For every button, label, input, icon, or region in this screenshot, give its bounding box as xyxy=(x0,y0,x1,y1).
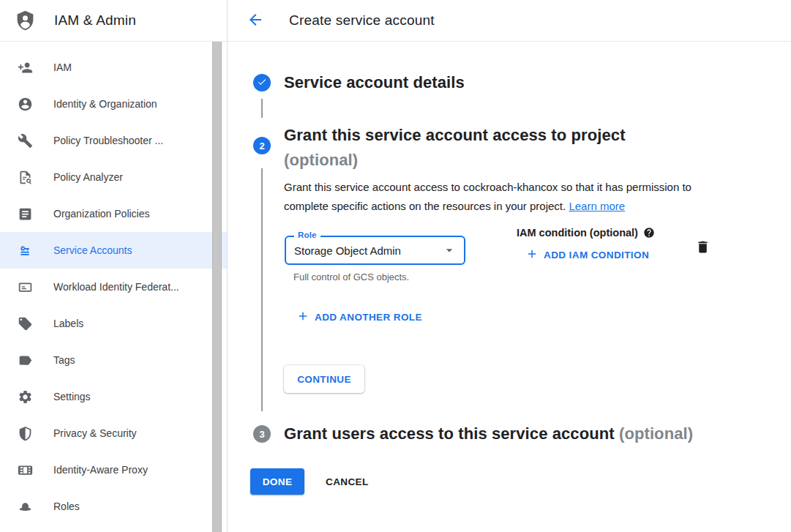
sidebar-item-iam[interactable]: IAM xyxy=(0,49,227,86)
step2-optional-label: (optional) xyxy=(284,148,626,173)
iam-condition-header: IAM condition (optional) xyxy=(517,227,655,239)
step3-optional-text: (optional) xyxy=(619,424,693,443)
step-connector xyxy=(261,99,263,118)
step3-optional-label: (optional) xyxy=(619,424,693,443)
sidebar-item-identity-organization[interactable]: Identity & Organization xyxy=(0,86,227,122)
gear-icon xyxy=(16,388,34,405)
badge-card-icon xyxy=(16,278,34,296)
sidebar-item-labels[interactable]: Labels xyxy=(0,305,227,342)
label-tag-icon xyxy=(16,315,34,332)
step1-title: Service account details xyxy=(284,72,465,94)
sidebar-item-label: Identity & Organization xyxy=(53,98,157,110)
sidebar-item-label: Service Accounts xyxy=(53,244,132,256)
sidebar-item-identity-aware-proxy[interactable]: Identity-Aware Proxy xyxy=(0,452,227,488)
step2-number: 2 xyxy=(259,141,264,151)
sidebar-item-label: Settings xyxy=(53,391,91,402)
sidebar-item-workload-identity-federation[interactable]: Workload Identity Federat... xyxy=(0,269,227,305)
delete-role-button[interactable] xyxy=(694,239,711,257)
sidebar-scrollbar[interactable] xyxy=(212,42,222,532)
tag-arrow-icon xyxy=(16,351,34,369)
sidebar-item-label: Tags xyxy=(53,354,75,366)
add-another-role-label: ADD ANOTHER ROLE xyxy=(315,312,422,323)
continue-button[interactable]: CONTINUE xyxy=(284,365,364,393)
sidebar-item-roles[interactable]: Roles xyxy=(0,488,227,525)
add-iam-condition-label: ADD IAM CONDITION xyxy=(544,250,649,261)
main-content: Service account details 2 Grant this ser… xyxy=(228,42,791,532)
page-title: Create service account xyxy=(289,12,435,29)
iam-condition-label: IAM condition (optional) xyxy=(517,227,638,239)
role-select[interactable]: Role Storage Object Admin xyxy=(285,236,465,265)
shield-half-icon xyxy=(16,424,34,442)
app-title: IAM & Admin xyxy=(54,12,136,29)
step2-title: Grant this service account access to pro… xyxy=(284,123,626,173)
sidebar-item-label: Policy Analyzer xyxy=(53,171,123,183)
sidebar-item-policy-troubleshooter[interactable]: Policy Troubleshooter ... xyxy=(0,122,227,159)
policy-analyzer-icon xyxy=(16,168,34,186)
plus-icon xyxy=(525,247,539,263)
role-field-label: Role xyxy=(294,231,320,239)
sidebar-item-service-accounts[interactable]: Service Accounts xyxy=(0,232,227,269)
wrench-icon xyxy=(16,132,34,149)
sidebar-item-label: Identity-Aware Proxy xyxy=(53,464,148,476)
sidebar-item-label: IAM xyxy=(53,61,72,73)
add-iam-condition-button[interactable]: ADD IAM CONDITION xyxy=(525,247,649,263)
caret-down-icon xyxy=(442,243,457,258)
learn-more-link[interactable]: Learn more xyxy=(569,200,625,212)
sidebar-item-label: Organization Policies xyxy=(53,208,150,220)
sidebar-item-label: Labels xyxy=(53,318,83,329)
document-icon xyxy=(16,205,34,222)
step2-description: Grant this service account access to coc… xyxy=(284,178,719,215)
person-add-icon xyxy=(16,59,34,76)
sidebar-item-organization-policies[interactable]: Organization Policies xyxy=(0,195,227,232)
roles-hat-icon xyxy=(16,498,34,515)
sidebar-nav: IAMIdentity & OrganizationPolicy Trouble… xyxy=(0,42,227,525)
plus-icon xyxy=(296,310,310,325)
arrow-back-icon xyxy=(247,11,264,31)
check-icon xyxy=(257,77,267,89)
add-another-role-button[interactable]: ADD ANOTHER ROLE xyxy=(296,310,422,325)
step2-indicator: 2 xyxy=(253,137,271,154)
step2-description-text: Grant this service account access to coc… xyxy=(284,181,691,212)
sidebar-item-settings[interactable]: Settings xyxy=(0,378,227,415)
sidebar-item-label: Workload Identity Federat... xyxy=(53,281,179,293)
sidebar-item-tags[interactable]: Tags xyxy=(0,342,227,378)
step3-title-text: Grant users access to this service accou… xyxy=(284,424,615,443)
step3-number: 3 xyxy=(259,429,264,440)
step3-indicator: 3 xyxy=(253,425,271,443)
step1-indicator xyxy=(253,74,271,91)
account-circle-icon xyxy=(16,95,34,113)
role-selected-value: Storage Object Admin xyxy=(294,244,401,257)
trash-icon xyxy=(695,239,711,257)
sidebar-item-label: Roles xyxy=(53,501,80,512)
topbar: Create service account xyxy=(228,0,791,42)
proxy-icon xyxy=(16,461,34,479)
help-icon[interactable] xyxy=(643,227,655,239)
cancel-button[interactable]: CANCEL xyxy=(318,468,376,495)
role-helper-text: Full control of GCS objects. xyxy=(293,271,409,282)
back-button[interactable] xyxy=(245,10,266,31)
sidebar-item-label: Privacy & Security xyxy=(53,427,137,439)
done-button[interactable]: DONE xyxy=(250,468,304,495)
iam-shield-icon xyxy=(15,8,36,33)
sidebar-item-label: Policy Troubleshooter ... xyxy=(53,135,163,146)
step3-title: Grant users access to this service accou… xyxy=(284,423,693,445)
step2-title-text: Grant this service account access to pro… xyxy=(284,123,626,148)
sidebar-item-policy-analyzer[interactable]: Policy Analyzer xyxy=(0,159,227,195)
step-connector xyxy=(261,168,263,411)
sidebar-item-privacy-security[interactable]: Privacy & Security xyxy=(0,415,227,452)
app-header: IAM & Admin xyxy=(0,0,227,42)
sidebar: IAM & Admin IAMIdentity & OrganizationPo… xyxy=(0,0,228,532)
service-account-key-icon xyxy=(16,241,34,259)
